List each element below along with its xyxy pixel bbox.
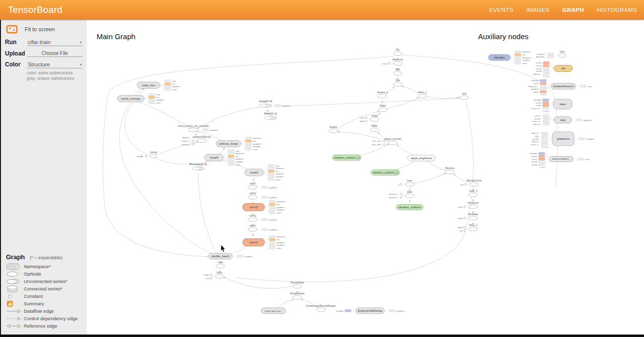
graph-node-DecodeRaw[interactable]: DecodeRaw [290,281,304,289]
graph-node-Sqrt[interactable]: Sqrt [393,68,402,76]
graph-node-Reshape_r[interactable]: Reshapeshape [457,213,478,221]
graph-node-adjust_contrast[interactable]: adjust_contrastmin_valu...max_valu... [372,137,402,146]
tab-graph[interactable]: GRAPH [562,7,584,13]
graph-node-pool2[interactable]: pool2gradient... [248,182,279,190]
svg-text:maxval_1...: maxval_1... [389,196,400,199]
svg-text:save: save [523,62,528,64]
summary-icon [6,300,23,308]
svg-text:gradient...: gradient... [269,196,279,199]
graph-node-adjust_brightness[interactable]: adjust_brightness [408,155,435,161]
graph-node-norm1[interactable]: norm1gradient... [248,214,279,222]
svg-text:init: init [253,140,256,142]
svg-text:Variable: Variable [530,152,537,155]
svg-text:gradient...: gradient... [269,228,279,231]
graph-node-reshape13[interactable]: Reshape[1-3] [190,163,207,170]
run-select[interactable]: cifar-train ▾ [27,38,83,46]
graph-node-Variable[interactable]: VariableExponen...initExponen...Gradien.… [488,51,533,64]
graph-node-ReaderRead[interactable]: ReaderRead [290,292,305,300]
svg-text:init: init [276,170,279,172]
graph-node-cepe[interactable]: cross_entropy_per_examplegradient... [177,124,219,132]
graph-node-random_uniform_2[interactable]: random_uniform_2 [332,155,361,161]
graph-node-pack[interactable]: packminval_1...maxval_1... [389,190,414,199]
graph-node-Mean[interactable]: Mean [378,104,387,112]
graph-node-Slice_1[interactable]: Slice_1beginsize [458,224,478,232]
legend-item-label: Dataflow edge [24,308,54,314]
graph-node-Reverse[interactable]: Reverse [445,167,455,174]
graph-node-GradientDescent[interactable]: GradientDescenttrainVariableconv1Exponen… [529,79,592,96]
tensorboard-app: TensorBoard EVENTSIMAGESGRAPHHISTOGRAMS … [0,0,644,337]
svg-text:random_uniform_2: random_uniform_2 [334,156,360,159]
svg-text:train: train [586,158,590,161]
graph-node-save_aux[interactable]: saveVariableconv1conv2cross_en...2 more [531,99,572,112]
graph-node-RandomCrop[interactable]: RandomCropsize [460,179,482,187]
svg-text:RandomCrop: RandomCrop [467,179,482,182]
graph-canvas[interactable]: total_lossavginitgradientsavecross_entro… [87,20,644,335]
svg-text:10 more: 10 more [541,146,549,148]
graph-node-pool1[interactable]: pool1gradient... [248,224,279,232]
svg-text:conv2: conv2 [532,158,537,161]
graph-node-avg_aux[interactable]: avggradient...conv1...local4...cross_e..… [533,114,593,125]
graph-node-SparseToDense[interactable]: SparseToDensedefault_...output_s...spars… [181,135,211,146]
graph-node-Less[interactable]: Lessy [398,179,414,187]
graph-node-transpose[interactable]: transposeperm [458,201,479,209]
graph-node-train[interactable]: trainGradien...Exponen... [536,50,566,58]
graph-node-concat[interactable]: concateval/A... [137,151,158,159]
svg-text:shuffle_batch: shuffle_batch [212,254,229,258]
graph-node-Slice[interactable]: Slicebeginsize [204,271,224,280]
graph-node-range_t[interactable]: rangestartdelta [360,114,379,123]
graph-node-norm2[interactable]: norm2gradient... [248,192,279,200]
graph-node-Div[interactable]: Div [393,48,402,56]
graph-node-random_uniform[interactable]: random_uniform [396,205,423,210]
series-connected-icon [6,285,23,293]
graph-node-softmax_linear[interactable]: softmax_linearExponen...initgradient...G… [216,137,263,150]
choose-file-button[interactable]: Choose File [27,50,83,57]
svg-text:local4: local4 [210,156,218,159]
auxiliary-nodes-title: Auxiliary nodes [478,32,529,41]
graph-node-FixedLengthRecordReader[interactable]: FixedLengthRecordReader [306,304,336,312]
graph-node-Rank_t[interactable]: Rank [370,124,379,132]
svg-text:local3: local3 [532,161,537,163]
fit-to-screen-button[interactable]: Fit to screen [6,25,83,34]
graph-node-string_input[interactable]: string_input_pro... [261,308,286,314]
choose-file-label: Choose File [42,51,68,56]
color-select[interactable]: Structure ▾ [27,60,83,68]
graph-node-rank12[interactable]: Rank[1-2] [264,112,277,119]
graph-node-Cast[interactable]: Cast [216,261,225,269]
tab-histograms[interactable]: HISTOGRAMS [597,7,637,13]
graph-node-Sub_r[interactable]: Sub [460,92,469,100]
graph-node-Square_1[interactable]: Square_1 [377,91,388,99]
graph-node-ExponentialMovin[interactable]: ExponentialMovin...trainVariableconv1con… [530,152,590,168]
svg-text:default_...: default_... [182,136,192,139]
svg-text:conv2: conv2 [536,64,542,67]
control-edge-icon [6,315,23,323]
graph-node-Square_l[interactable]: Square [329,125,338,133]
graph-node-cross_entropy[interactable]: cross_entropyavginitgradientsave [117,93,164,104]
svg-text:3 more: 3 more [543,75,550,78]
graph-node-Mean_1[interactable]: Mean_1 [418,91,427,99]
graph-node-local4[interactable]: local4avgExponen...initgradient...Gradie… [205,150,246,166]
graph-node-Cast_1[interactable]: Cast_1 [469,189,478,197]
graph-node-init_aux[interactable]: initconv1conv2local3local4softmax...3 mo… [533,61,573,78]
graph-node-random_uniform_1[interactable]: random_uniform_1 [371,170,400,175]
svg-text:gradient...: gradient... [269,219,279,221]
svg-text:local4...: local4... [535,117,542,120]
svg-text:gradient...: gradient... [211,129,220,131]
graph-node-local3[interactable]: local3avgExponen...initgradient...Gradie… [245,165,286,181]
tab-images[interactable]: IMAGES [526,7,549,13]
svg-text:Exponen...: Exponen... [523,56,533,59]
graph-node-conv2[interactable]: conv2Exponen...initgradient...Gradien...… [243,200,287,214]
graph-node-shuffle_batch[interactable]: shuffle_batchgradient... [209,253,254,259]
graph-node-range13[interactable]: range[1-3]gradient... [259,100,292,107]
svg-text:gradient...: gradient... [253,143,263,145]
graph-node-gradients_aux[interactable]: gradientsGradien...total_lo...avg...loca… [531,132,596,148]
svg-text:min_valu...: min_valu... [373,140,383,142]
tab-events[interactable]: EVENTS [489,7,513,13]
graph-node-conv1[interactable]: conv1Exponen...initgradient...Gradien...… [243,235,287,249]
svg-text:init: init [236,155,239,158]
svg-text:gradient: gradient [531,88,539,90]
graph-node-Sub[interactable]: Sub [393,79,402,87]
graph-node-ExponentialDecay[interactable]: ExponentialDecaygradient...Variable [336,308,406,314]
svg-text:train: train [588,85,592,88]
graph-node-total_loss[interactable]: total_lossavginitgradientsave [137,80,180,91]
graph-node-Maximum[interactable]: MaximumConst [382,58,403,66]
